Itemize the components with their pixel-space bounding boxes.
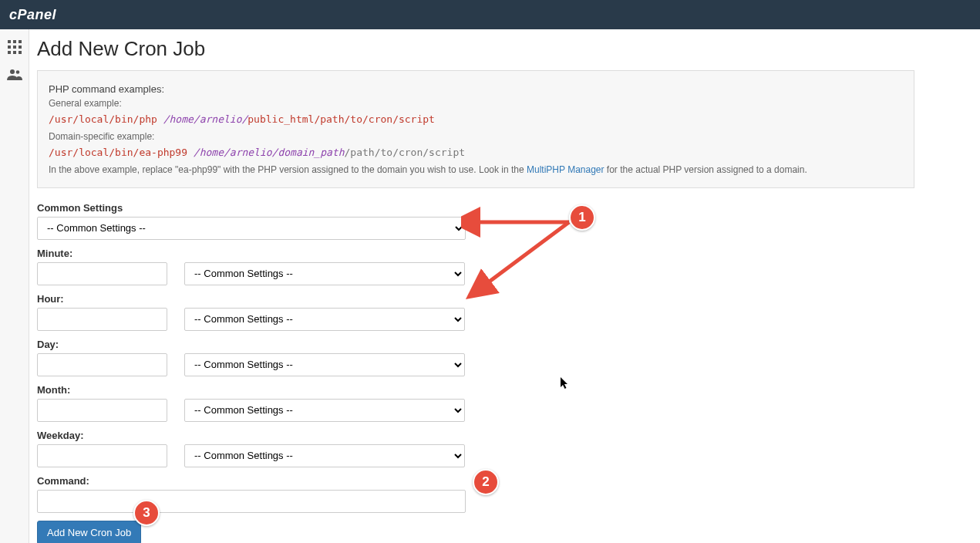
svg-rect-3: [8, 46, 11, 49]
svg-point-10: [15, 70, 19, 74]
cursor-icon: [561, 377, 570, 392]
day-input[interactable]: [37, 353, 167, 376]
domain-example-code: /usr/local/bin/ea-php99 /home/arnelio/do…: [49, 145, 903, 161]
minute-group: Minute: -- Common Settings --: [37, 248, 965, 285]
svg-rect-8: [19, 51, 22, 54]
minute-label: Minute:: [37, 248, 965, 259]
common-settings-select[interactable]: -- Common Settings --: [37, 217, 466, 240]
svg-rect-0: [8, 40, 11, 43]
weekday-input[interactable]: [37, 444, 167, 467]
cpanel-logo: cPanel: [9, 7, 56, 23]
hour-label: Hour:: [37, 293, 965, 305]
command-input[interactable]: [37, 490, 466, 513]
day-preset-select[interactable]: -- Common Settings --: [184, 353, 465, 376]
month-input[interactable]: [37, 399, 167, 422]
php-version-note: In the above example, replace "ea-php99"…: [49, 164, 903, 175]
svg-rect-6: [8, 51, 11, 54]
users-icon[interactable]: [7, 69, 22, 85]
svg-rect-1: [13, 40, 16, 43]
weekday-label: Weekday:: [37, 430, 965, 441]
info-panel: PHP command examples: General example: /…: [37, 70, 914, 188]
day-group: Day: -- Common Settings --: [37, 339, 965, 376]
svg-rect-2: [19, 40, 22, 43]
left-sidebar: [0, 29, 29, 543]
annotation-badge-3: 3: [133, 500, 160, 526]
general-example-code: /usr/local/bin/php /home/arnelio/public_…: [49, 112, 903, 128]
content-area: Add New Cron Job PHP command examples: G…: [29, 29, 980, 543]
page-title: Add New Cron Job: [37, 37, 965, 61]
svg-rect-4: [13, 46, 16, 49]
hour-preset-select[interactable]: -- Common Settings --: [184, 308, 465, 331]
command-label: Command:: [37, 475, 965, 487]
minute-preset-select[interactable]: -- Common Settings --: [184, 262, 465, 285]
multiphp-manager-link[interactable]: MultiPHP Manager: [527, 164, 605, 175]
common-settings-label: Common Settings: [37, 202, 965, 214]
hour-group: Hour: -- Common Settings --: [37, 293, 965, 331]
command-group: Command:: [37, 475, 965, 513]
month-preset-select[interactable]: -- Common Settings --: [184, 399, 465, 422]
day-label: Day:: [37, 339, 965, 350]
top-header: cPanel: [0, 0, 980, 29]
weekday-preset-select[interactable]: -- Common Settings --: [184, 444, 465, 467]
apps-grid-icon[interactable]: [8, 40, 22, 58]
common-settings-group: Common Settings -- Common Settings --: [37, 202, 965, 240]
month-label: Month:: [37, 384, 965, 396]
hour-input[interactable]: [37, 308, 167, 331]
annotation-badge-1: 1: [569, 204, 595, 231]
domain-example-label: Domain-specific example:: [49, 131, 903, 142]
main-container: Add New Cron Job PHP command examples: G…: [0, 29, 980, 543]
svg-rect-7: [13, 51, 16, 54]
weekday-group: Weekday: -- Common Settings --: [37, 430, 965, 467]
month-group: Month: -- Common Settings --: [37, 384, 965, 422]
add-cron-button[interactable]: Add New Cron Job: [37, 521, 141, 543]
general-example-label: General example:: [49, 98, 903, 109]
minute-input[interactable]: [37, 262, 167, 285]
annotation-badge-2: 2: [473, 469, 499, 495]
svg-point-9: [10, 69, 15, 74]
examples-heading: PHP command examples:: [49, 83, 903, 95]
svg-rect-5: [19, 46, 22, 49]
